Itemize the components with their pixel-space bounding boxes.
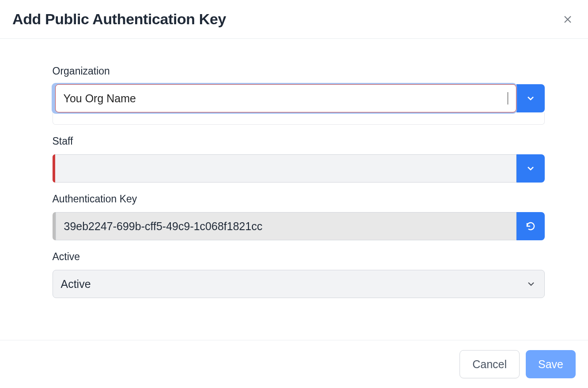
refresh-icon	[525, 221, 536, 231]
organization-input[interactable]	[64, 85, 507, 112]
staff-input[interactable]	[63, 155, 508, 182]
organization-dropdown-button[interactable]	[516, 84, 545, 112]
auth-key-input-wrap	[56, 212, 516, 240]
auth-key-label: Authentication Key	[53, 193, 545, 205]
staff-label: Staff	[53, 135, 545, 147]
staff-combobox	[53, 154, 545, 183]
form: Organization Staff	[44, 65, 545, 298]
text-caret	[508, 92, 508, 104]
active-value: Active	[61, 278, 91, 291]
organization-label: Organization	[53, 65, 545, 77]
organization-input-wrap	[55, 84, 516, 112]
dialog-body: Organization Staff	[0, 39, 588, 340]
chevron-down-icon	[526, 279, 536, 289]
regenerate-key-button[interactable]	[516, 212, 545, 240]
auth-key-strip	[53, 212, 56, 240]
save-button[interactable]: Save	[526, 350, 576, 378]
dialog-footer: Cancel Save	[0, 340, 588, 388]
auth-key-group	[53, 212, 545, 240]
staff-field: Staff	[53, 135, 545, 183]
active-label: Active	[53, 251, 545, 263]
dialog-header: Add Public Authentication Key	[0, 0, 588, 39]
dialog-title: Add Public Authentication Key	[12, 11, 226, 28]
organization-focus-inner	[55, 84, 516, 112]
add-public-auth-key-dialog: Add Public Authentication Key Organizati…	[0, 0, 588, 388]
organization-field: Organization	[53, 65, 545, 125]
close-button[interactable]	[560, 11, 576, 27]
active-field: Active Active	[53, 251, 545, 298]
active-select[interactable]: Active	[53, 270, 545, 298]
chevron-down-icon	[525, 93, 536, 104]
staff-input-wrap	[55, 154, 516, 183]
cancel-button[interactable]: Cancel	[460, 350, 520, 378]
organization-combobox	[53, 84, 545, 112]
chevron-down-icon	[525, 163, 536, 174]
organization-suggestion-row[interactable]	[53, 112, 545, 125]
auth-key-field: Authentication Key	[53, 193, 545, 240]
auth-key-input	[64, 213, 508, 240]
close-icon	[562, 14, 573, 25]
staff-dropdown-button[interactable]	[516, 154, 545, 183]
